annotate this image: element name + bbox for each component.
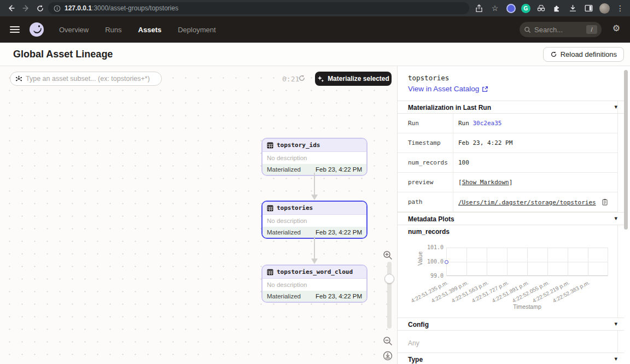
copy-clipboard-icon[interactable] (602, 198, 608, 206)
collapse-caret-icon[interactable]: ▾ (614, 215, 617, 222)
extension-incognito-icon[interactable] (535, 3, 546, 14)
asset-node-topstories-word-cloud[interactable]: topstories_word_cloud No description Mat… (261, 265, 368, 303)
y-tick: 100.0 (419, 259, 444, 265)
browser-menu-icon[interactable]: ⋮ (615, 3, 626, 14)
settings-gear-icon[interactable]: ⚙ (612, 24, 620, 33)
reload-definitions-label: Reload definitions (561, 50, 617, 58)
asset-node-title: topstory_ids (277, 142, 320, 149)
search-icon (524, 26, 531, 33)
sidepanel-icon[interactable] (583, 3, 594, 14)
metadata-row-timestamp: Timestamp Feb 23, 4:22 PM (398, 133, 617, 153)
nav-links: Overview Runs Assets Deployment (59, 26, 216, 34)
section-metadata-plots[interactable]: Metadata Plots ▾ (398, 212, 624, 225)
app-navbar: Overview Runs Assets Deployment Search..… (0, 16, 630, 43)
downloads-icon[interactable] (567, 3, 578, 14)
url-text: 127.0.0.1:3000/asset-groups/topstories (65, 4, 178, 12)
browser-profile-avatar[interactable] (599, 3, 610, 14)
share-icon[interactable] (474, 3, 485, 14)
browser-back-icon[interactable] (4, 1, 19, 15)
selected-asset-name: topstories (408, 74, 449, 82)
site-info-icon[interactable] (54, 5, 61, 12)
y-tick: 99.0 (419, 273, 444, 279)
asset-node-title: topstories (277, 204, 313, 212)
materialize-selected-button[interactable]: Materialize selected (315, 72, 392, 86)
reload-definitions-button[interactable]: Reload definitions (543, 47, 624, 62)
nav-item-overview[interactable]: Overview (59, 26, 89, 34)
materialize-selected-label: Materialize selected (328, 75, 389, 83)
edge-arrow (309, 173, 320, 201)
asset-node-topstory-ids[interactable]: topstory_ids No description Materialized… (261, 138, 368, 176)
browser-forward-icon[interactable] (19, 1, 33, 15)
chart-plot-area (446, 248, 608, 276)
asset-filter-box[interactable] (10, 72, 162, 86)
graph-query-icon (15, 75, 22, 83)
asset-node-status: Materialized (267, 166, 301, 173)
show-markdown-link[interactable]: Show Markdown (462, 179, 509, 186)
collapse-caret-icon[interactable]: ▾ (614, 320, 617, 327)
section-materialization[interactable]: Materialization in Last Run ▾ (398, 101, 624, 114)
hamburger-menu-icon[interactable] (10, 25, 20, 34)
asset-node-topstories[interactable]: topstories No description MaterializedFe… (261, 201, 368, 239)
sparkle-icon (317, 75, 324, 83)
metadata-row-num-records: num_records 100 (398, 153, 617, 173)
asset-node-description: No description (262, 215, 366, 227)
zoom-slider-handle[interactable] (384, 274, 394, 284)
global-search[interactable]: Search... / (520, 22, 602, 37)
asset-node-timestamp: Feb 23, 4:22 PM (316, 229, 362, 236)
asset-details-panel: topstories View in Asset Catalog Materia… (397, 66, 630, 364)
edge-arrow (309, 237, 320, 265)
collapse-caret-icon[interactable]: ▾ (614, 355, 617, 362)
nav-item-assets[interactable]: Assets (138, 26, 162, 34)
asset-node-status: Materialized (267, 293, 301, 300)
view-in-asset-catalog-link[interactable]: View in Asset Catalog (408, 85, 488, 93)
extension-1password-icon[interactable] (505, 3, 516, 14)
reload-icon (550, 51, 557, 58)
bookmark-star-icon[interactable]: ☆ (489, 3, 500, 14)
asset-graph-panel: 0:21 Materialize selected topstory_ids N… (0, 66, 397, 364)
asset-node-title: topstories_word_cloud (277, 268, 353, 275)
y-tick: 101.0 (419, 244, 444, 250)
asset-node-description: No description (262, 152, 366, 164)
nav-item-runs[interactable]: Runs (105, 26, 121, 34)
run-id-link[interactable]: 30c2ea35 (473, 120, 502, 127)
dagster-logo[interactable] (28, 21, 45, 38)
asset-node-status: Materialized (267, 229, 301, 236)
chart-x-axis-label: Timestamp (446, 303, 608, 310)
asset-node-description: No description (262, 279, 366, 291)
section-type[interactable]: Type ▾ (398, 353, 624, 364)
browser-toolbar-icons: ☆ G ⋮ (474, 0, 630, 16)
metadata-row-preview: preview [Show Markdown] (398, 173, 617, 192)
data-point[interactable] (445, 260, 448, 264)
browser-chrome: 127.0.0.1:3000/asset-groups/topstories ☆… (0, 0, 630, 16)
table-icon (267, 142, 273, 149)
x-tick: 4:22:52.383 p.m. (552, 279, 591, 304)
browser-reload-icon[interactable] (33, 1, 47, 15)
search-shortcut-badge: / (586, 25, 597, 34)
metadata-row-run: Run Run 30c2ea35 (398, 114, 617, 133)
asset-subset-input[interactable] (26, 75, 156, 83)
num-records-chart: Value 101.0 100.0 99.0 4:22:51.235 p.m. … (398, 242, 630, 314)
address-bar[interactable]: 127.0.0.1:3000/asset-groups/topstories (48, 2, 469, 14)
extension-grammarly-icon[interactable]: G (521, 4, 530, 13)
plot-title: num_records (408, 228, 450, 236)
screen: 127.0.0.1:3000/asset-groups/topstories ☆… (0, 0, 630, 364)
details-scrollbar[interactable] (624, 70, 628, 230)
asset-node-timestamp: Feb 23, 4:22 PM (316, 293, 362, 300)
external-link-icon (482, 86, 488, 92)
metadata-row-path: path /Users/tim/.dagster/storage/topstor… (398, 192, 617, 212)
table-icon (267, 205, 273, 212)
config-value: Any (408, 339, 419, 347)
path-link[interactable]: /Users/tim/.dagster/storage/topstories (458, 199, 596, 206)
graph-refresh-icon[interactable] (298, 74, 306, 84)
extensions-puzzle-icon[interactable] (551, 3, 562, 14)
section-config[interactable]: Config ▾ (398, 318, 624, 331)
table-icon (267, 269, 273, 275)
table-column-divider (453, 114, 453, 212)
zoom-slider-track[interactable] (387, 262, 392, 328)
page-header: Global Asset Lineage Reload definitions (0, 43, 630, 66)
search-placeholder: Search... (534, 26, 586, 34)
zoom-to-fit-icon[interactable] (383, 351, 393, 363)
nav-item-deployment[interactable]: Deployment (178, 26, 215, 34)
zoom-out-icon[interactable] (383, 336, 393, 348)
zoom-in-icon[interactable] (383, 250, 393, 262)
